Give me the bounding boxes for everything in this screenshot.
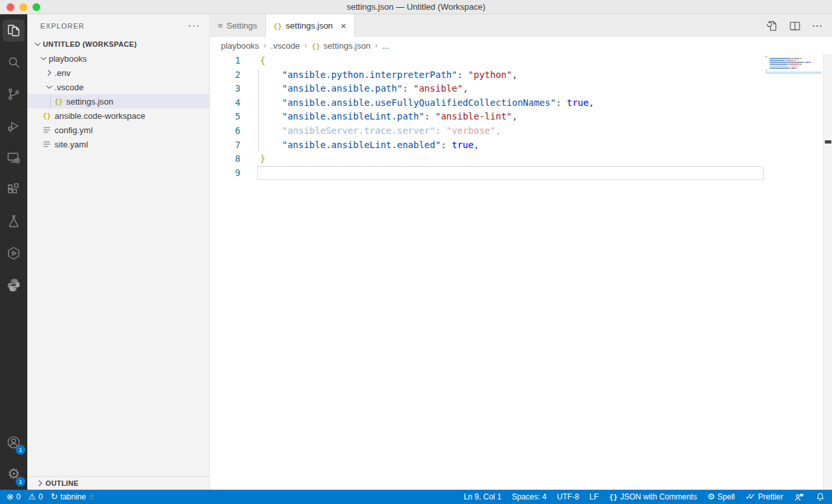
- status-label: 0: [38, 492, 43, 501]
- status-bar: ⊗0⚠0↻tabnine☝ Ln 9, Col 1Spaces: 4UTF-8L…: [0, 490, 832, 504]
- run-debug-icon: [3, 115, 25, 137]
- code-line-4[interactable]: 4 "ansible.ansible.useFullyQualifiedColl…: [210, 96, 832, 110]
- breadcrumb-separator-icon: ›: [375, 41, 378, 50]
- status-spell[interactable]: ⚙Spell: [707, 492, 734, 501]
- line-number: 5: [210, 110, 240, 124]
- code-token-punct: :: [556, 97, 567, 108]
- open-settings-ui-icon[interactable]: [765, 19, 778, 32]
- tree-item-settings.json[interactable]: {}settings.json: [27, 94, 209, 108]
- chevron-right-icon: [44, 68, 55, 78]
- code-token-str: "python": [468, 69, 512, 80]
- title-bar: settings.json — Untitled (Workspace): [0, 0, 832, 14]
- minimap-line: [766, 64, 822, 65]
- chevron-down-icon: [32, 39, 43, 49]
- breadcrumb-separator-icon: ›: [304, 41, 307, 50]
- tree-item-untitled-workspace-[interactable]: UNTITLED (WORKSPACE): [27, 37, 209, 51]
- activity-item-search[interactable]: [0, 46, 27, 78]
- line-content: }: [240, 152, 265, 166]
- code-line-2[interactable]: 2 "ansible.python.interpreterPath": "pyt…: [210, 68, 832, 82]
- code-line-7[interactable]: 7 "ansible.ansibleLint.enabled": true,: [210, 138, 832, 153]
- status-eol[interactable]: LF: [590, 492, 599, 501]
- code-token-str: "ansible-lint": [436, 111, 512, 121]
- activity-item-explorer[interactable]: [0, 14, 27, 46]
- python-icon: [3, 274, 25, 296]
- line-number: 4: [210, 96, 240, 110]
- gear-icon: ⚙: [707, 492, 715, 501]
- minimap[interactable]: [766, 56, 822, 74]
- tree-item-label: site.yaml: [55, 140, 88, 149]
- status-notifications[interactable]: [815, 492, 826, 502]
- status-prettier[interactable]: ✓✓Prettier: [746, 492, 784, 501]
- tree-item-label: settings.json: [66, 97, 113, 107]
- activity-item-run-debug[interactable]: [0, 110, 27, 142]
- tree-item-site.yaml[interactable]: site.yaml: [27, 137, 209, 151]
- tree-item-config.yml[interactable]: config.yml: [27, 123, 209, 137]
- outline-section-header[interactable]: OUTLINE: [27, 476, 209, 490]
- code-token-punct: ,: [474, 140, 479, 150]
- activity-item-testing[interactable]: [0, 205, 27, 237]
- code-token-str: "verbose": [447, 125, 496, 136]
- more-actions-icon[interactable]: ···: [188, 20, 200, 32]
- status-feedback[interactable]: [794, 492, 805, 503]
- explorer-icon: [3, 19, 25, 42]
- breadcrumb-label: settings.json: [324, 41, 370, 51]
- status-0[interactable]: ⊗0: [6, 492, 21, 501]
- activity-item-source-control[interactable]: [0, 78, 27, 110]
- chevron-right-icon: [35, 478, 46, 488]
- tree-item-.env[interactable]: .env: [27, 66, 209, 80]
- breadcrumb-item-.vscode[interactable]: .vscode: [271, 41, 300, 51]
- pointing-hand-icon: ☝: [88, 492, 94, 501]
- minimap-line: [766, 68, 822, 69]
- code-line-9[interactable]: 9: [210, 166, 832, 181]
- status-0[interactable]: ⚠0: [29, 492, 43, 501]
- close-tab-icon[interactable]: ×: [341, 20, 346, 31]
- status-label: Ln 9, Col 1: [463, 492, 501, 501]
- status-encoding[interactable]: UTF-8: [557, 492, 579, 501]
- code-line-5[interactable]: 5 "ansible.ansibleLint.path": "ansible-l…: [210, 110, 832, 124]
- minimap-line: [766, 66, 822, 67]
- status-language-mode[interactable]: {}JSON with Comments: [609, 492, 697, 501]
- activity-item-manage[interactable]: ⚙1: [0, 458, 27, 490]
- tab-settings[interactable]: ≡Settings: [210, 14, 266, 37]
- breadcrumb-item-settings.json[interactable]: {}settings.json: [311, 41, 370, 51]
- line-number: 9: [210, 166, 240, 181]
- code-token-punct: ,: [495, 125, 500, 136]
- minimap-line: [766, 56, 822, 57]
- code-token-key: "ansible.ansibleLint.enabled": [282, 140, 441, 150]
- activity-item-accounts[interactable]: 1: [0, 426, 27, 458]
- tree-item-.vscode[interactable]: .vscode: [27, 80, 209, 94]
- code-line-1[interactable]: 1{: [210, 54, 832, 68]
- code-line-6[interactable]: 6 "ansibleServer.trace.server": "verbose…: [210, 124, 832, 138]
- code-line-3[interactable]: 3 "ansible.ansible.path": "ansible",: [210, 82, 832, 96]
- code-line-8[interactable]: 8}: [210, 152, 832, 166]
- sidebar-title: EXPLORER: [40, 22, 84, 30]
- code-editor[interactable]: 1{2 "ansible.python.interpreterPath": "p…: [210, 54, 832, 490]
- activity-item-extensions[interactable]: [0, 173, 27, 205]
- code-token-punct: :: [441, 140, 452, 150]
- tree-item-playbooks[interactable]: playbooks: [27, 51, 209, 66]
- file-tree: UNTITLED (WORKSPACE)playbooks.env.vscode…: [27, 37, 209, 476]
- code-token-key: "ansibleServer.trace.server": [282, 125, 436, 136]
- minimap-current-line: [766, 71, 822, 74]
- activity-item-hexagon-extension[interactable]: [0, 237, 27, 269]
- status-tabnine[interactable]: ↻tabnine☝: [51, 492, 94, 501]
- split-editor-icon[interactable]: [788, 19, 801, 32]
- manage-badge: 1: [16, 477, 25, 486]
- activity-item-remote-explorer[interactable]: [0, 142, 27, 173]
- code-token-punct: :: [457, 69, 468, 80]
- breadcrumb-item-...[interactable]: ...: [382, 41, 389, 51]
- more-actions-icon[interactable]: ⋯: [812, 19, 823, 32]
- line-number: 8: [210, 152, 240, 166]
- code-token-punct: :: [424, 111, 436, 121]
- tree-item-ansible.code-workspace[interactable]: {}ansible.code-workspace: [27, 108, 209, 123]
- tab-settings.json[interactable]: {}settings.json×: [266, 14, 355, 37]
- breadcrumb-item-playbooks[interactable]: playbooks: [221, 41, 259, 51]
- code-token-bracket: }: [260, 153, 265, 164]
- tree-item-label: config.yml: [55, 125, 93, 135]
- scrollbar[interactable]: [823, 54, 832, 490]
- status-indentation[interactable]: Spaces: 4: [512, 492, 546, 501]
- status-cursor-position[interactable]: Ln 9, Col 1: [463, 492, 501, 501]
- status-label: tabnine: [60, 492, 86, 501]
- activity-item-python[interactable]: [0, 269, 27, 301]
- settings-editor-icon: ≡: [218, 21, 223, 31]
